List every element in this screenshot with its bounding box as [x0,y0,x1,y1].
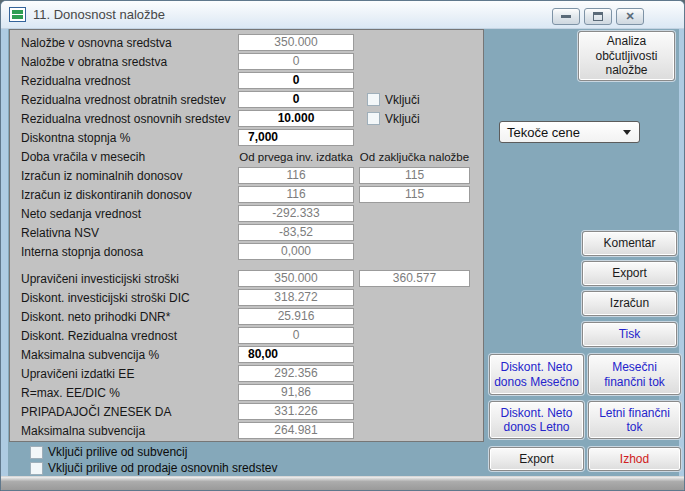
vkljuci-prodaja-checkbox[interactable] [30,462,43,475]
field-label: Naložbe v osnovna sredstva [10,36,238,50]
row-relativna-nsv: Relativna NSV -83,52 [10,223,483,242]
field-label: Diskont. neto prihodki DNR* [10,310,238,324]
field-label: Interna stopnja donosa [10,245,238,259]
row-pripadajoci-znesek-da: PRIPADAJOČI ZNESEK DA 331.226 [10,402,483,421]
row-maksimalna-subvencija-pct: Maksimalna subvencija % 80,00 [10,345,483,364]
upraviceni-stroski-field-1: 350.000 [238,270,354,287]
letni-financni-tok-button[interactable]: Letni finančni tok [588,401,681,439]
nalozbe-obratna-field: 0 [238,53,354,70]
restore-icon [593,12,603,21]
minimize-icon [561,15,571,18]
chevron-down-icon [623,130,631,135]
col-header-prvi-izdatek: Od prvega inv. izdatka [238,151,354,163]
price-mode-dropdown[interactable]: Tekoče cene [499,121,640,143]
restore-button[interactable] [584,8,612,25]
title-bar: 11. Donosnost naložbe ✕ [1,1,684,29]
field-label: Rezidualna vrednost osnovnih sredstev [10,112,238,126]
checkbox-label: Vključi [385,112,420,126]
diskont-rezidualna-field: 0 [238,327,354,344]
rezidualna-osnovnih-field[interactable]: 10.000 [238,110,354,127]
vkljuci-subvencije-option: Vključi prilive od subvencij [30,445,187,459]
neto-sedanja-vrednost-field: -292.333 [238,205,354,222]
maksimalna-subvencija-pct-field[interactable]: 80,00 [238,346,354,363]
window-bottom-frame [1,476,684,490]
field-label: Izračun iz nominalnih donosov [10,169,238,183]
vkljuci-osnovnih-checkbox[interactable] [367,112,380,125]
row-diskontna-stopnja: Diskontna stopnja % 7,000 [10,128,483,147]
field-label: Neto sedanja vrednost [10,207,238,221]
field-label: Naložbe v obratna sredstva [10,55,238,69]
export-bottom-button[interactable]: Export [489,447,584,471]
checkbox-label: Vključi [385,93,420,107]
donosnost-nalozbe-window: 11. Donosnost naložbe ✕ Naložbe v osnovn… [0,0,685,491]
row-nalozbe-osnovna: Naložbe v osnovna sredstva 350.000 [10,33,483,52]
window-title: 11. Donosnost naložbe [33,7,165,22]
row-rezidualna-obratnih: Rezidualna vrednost obratnih sredstev 0 … [10,90,483,109]
window-app-icon [9,7,26,22]
field-label: R=max. EE/DIC % [10,386,238,400]
field-label: Maksimalna subvencija [10,424,238,438]
diskontna-stopnja-field[interactable]: 7,000 [238,129,354,146]
izhod-button[interactable]: Izhod [588,447,681,471]
vkljuci-prodaja-option: Vključi prilive od prodaje osnovnih sred… [30,461,277,475]
vkljuci-obratnih-option: Vključi [367,93,420,107]
izracun-button[interactable]: Izračun [582,291,677,316]
diskont-neto-donos-letno-button[interactable]: Diskont. Neto donos Letno [489,401,584,439]
checkbox-label: Vključi prilive od prodaje osnovnih sred… [48,461,277,475]
row-rezidualna-osnovnih: Rezidualna vrednost osnovnih sredstev 10… [10,109,483,128]
close-button[interactable]: ✕ [616,8,644,25]
results-panel: Naložbe v osnovna sredstva 350.000 Nalož… [9,29,484,442]
izracun-diskontiranih-field-2: 115 [359,186,470,203]
row-maksimalna-subvencija: Maksimalna subvencija 264.981 [10,421,483,440]
vkljuci-obratnih-checkbox[interactable] [367,93,380,106]
row-doba-vracila-header: Doba vračila v mesecih Od prvega inv. iz… [10,147,483,166]
row-diskont-rezidualna: Diskont. Rezidualna vrednost 0 [10,326,483,345]
mesecni-financni-tok-button[interactable]: Mesečni finančni tok [588,354,681,395]
diskont-neto-donos-mesecno-button[interactable]: Diskont. Neto donos Mesečno [489,354,584,395]
window-controls: ✕ [552,8,644,25]
tisk-button[interactable]: Tisk [582,322,677,347]
col-header-zakljucek: Od zaključka naložbe [359,151,470,163]
interna-stopnja-donosa-field: 0,000 [238,243,354,260]
komentar-button[interactable]: Komentar [582,231,677,256]
izracun-diskontiranih-field-1: 116 [238,186,354,203]
field-label: Diskont. investicijski stroški DIC [10,291,238,305]
row-upraviceni-stroski: Upravičeni investicijski stroški 350.000… [10,269,483,288]
row-diskont-neto-prihodki: Diskont. neto prihodki DNR* 25.916 [10,307,483,326]
field-label: Relativna NSV [10,226,238,240]
rezidualna-vrednost-field[interactable]: 0 [238,72,354,89]
export-top-button[interactable]: Export [582,261,677,286]
close-icon: ✕ [625,11,634,22]
field-label: Upravičeni izdatki EE [10,367,238,381]
field-label: Diskont. Rezidualna vrednost [10,329,238,343]
row-diskont-stroski-dic: Diskont. investicijski stroški DIC 318.2… [10,288,483,307]
field-label: Rezidualna vrednost obratnih sredstev [10,93,238,107]
vkljuci-osnovnih-option: Vključi [367,112,420,126]
row-upraviceni-izdatki-ee: Upravičeni izdatki EE 292.356 [10,364,483,383]
field-label: Rezidualna vrednost [10,74,238,88]
diskont-neto-prihodki-field: 25.916 [238,308,354,325]
nalozbe-osnovna-field: 350.000 [238,34,354,51]
relativna-nsv-field: -83,52 [238,224,354,241]
row-izracun-diskontiranih: Izračun iz diskontiranih donosov 116 115 [10,185,483,204]
diskont-stroski-dic-field: 318.272 [238,289,354,306]
field-label: Maksimalna subvencija % [10,348,238,362]
row-nalozbe-obratna: Naložbe v obratna sredstva 0 [10,52,483,71]
row-neto-sedanja-vrednost: Neto sedanja vrednost -292.333 [10,204,483,223]
minimize-button[interactable] [552,8,580,25]
checkbox-label: Vključi prilive od subvencij [48,445,187,459]
analiza-obcutljivosti-button[interactable]: Analiza občutljivosti naložbe [578,31,675,81]
row-rezidualna-vrednost: Rezidualna vrednost 0 [10,71,483,90]
r-max-ee-dic-field: 91,86 [238,384,354,401]
row-izracun-nominalnih: Izračun iz nominalnih donosov 116 115 [10,166,483,185]
price-mode-value: Tekoče cene [507,125,580,140]
field-label: Izračun iz diskontiranih donosov [10,188,238,202]
field-label: Diskontna stopnja % [10,131,238,145]
maksimalna-subvencija-field: 264.981 [238,422,354,439]
izracun-nominalnih-field-1: 116 [238,167,354,184]
field-label: PRIPADAJOČI ZNESEK DA [10,405,238,419]
rezidualna-obratnih-field[interactable]: 0 [238,91,354,108]
pripadajoci-znesek-da-field: 331.226 [238,403,354,420]
vkljuci-subvencije-checkbox[interactable] [30,446,43,459]
row-interna-stopnja-donosa: Interna stopnja donosa 0,000 [10,242,483,261]
